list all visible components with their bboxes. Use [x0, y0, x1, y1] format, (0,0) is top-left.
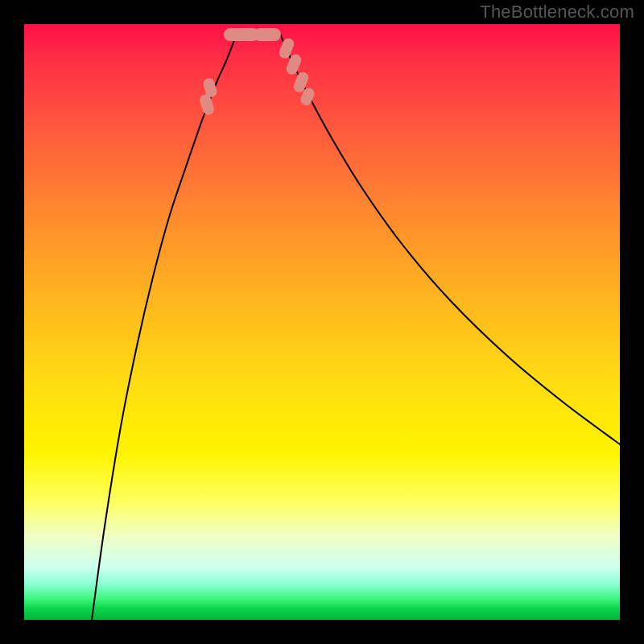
curves-group: [92, 34, 620, 620]
series-left-curve: [92, 34, 237, 620]
marker-3: [254, 28, 281, 41]
series-right-curve: [280, 34, 620, 444]
markers-group: [198, 28, 316, 117]
curve-layer: [24, 24, 620, 620]
plot-area: [24, 24, 620, 620]
watermark-text: TheBottleneck.com: [480, 2, 634, 23]
chart-frame: TheBottleneck.com: [0, 0, 644, 644]
